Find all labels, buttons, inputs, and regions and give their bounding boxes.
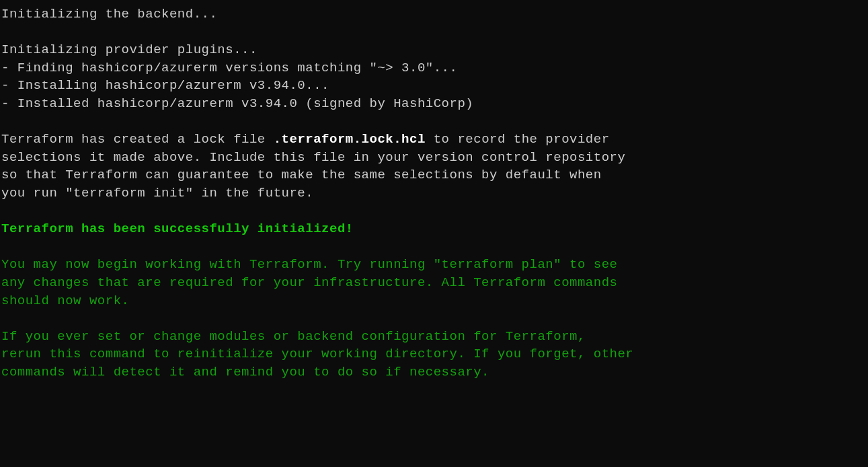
text-part: to record the provider bbox=[426, 132, 610, 147]
terminal-output: Initializing the backend... Initializing… bbox=[1, 5, 867, 381]
output-line-lockfile-2: selections it made above. Include this f… bbox=[1, 149, 867, 167]
output-line-lockfile-4: you run "terraform init" in the future. bbox=[1, 184, 867, 203]
output-line-init-plugins: Initializing provider plugins... bbox=[1, 41, 867, 59]
output-line-finding: - Finding hashicorp/azurerm versions mat… bbox=[1, 59, 867, 77]
blank-line bbox=[1, 310, 867, 328]
output-line-installing: - Installing hashicorp/azurerm v3.94.0..… bbox=[1, 77, 867, 95]
blank-line bbox=[1, 238, 867, 256]
output-line-lockfile-1: Terraform has created a lock file .terra… bbox=[1, 131, 867, 149]
output-line-advice-5: rerun this command to reinitialize your … bbox=[1, 345, 867, 363]
blank-line bbox=[1, 24, 867, 42]
output-line-advice-6: commands will detect it and remind you t… bbox=[1, 363, 867, 382]
blank-line bbox=[1, 203, 867, 221]
output-line-init-backend: Initializing the backend... bbox=[1, 5, 867, 24]
output-line-success: Terraform has been successfully initiali… bbox=[1, 220, 867, 238]
blank-line bbox=[1, 113, 867, 131]
output-line-installed: - Installed hashicorp/azurerm v3.94.0 (s… bbox=[1, 95, 867, 113]
output-line-advice-4: If you ever set or change modules or bac… bbox=[1, 328, 867, 346]
output-line-advice-2: any changes that are required for your i… bbox=[1, 274, 867, 292]
lockfile-name: .terraform.lock.hcl bbox=[274, 132, 426, 147]
output-line-advice-1: You may now begin working with Terraform… bbox=[1, 256, 867, 274]
text-part: Terraform has created a lock file bbox=[1, 132, 274, 147]
output-line-lockfile-3: so that Terraform can guarantee to make … bbox=[1, 166, 867, 184]
output-line-advice-3: should now work. bbox=[1, 292, 867, 310]
